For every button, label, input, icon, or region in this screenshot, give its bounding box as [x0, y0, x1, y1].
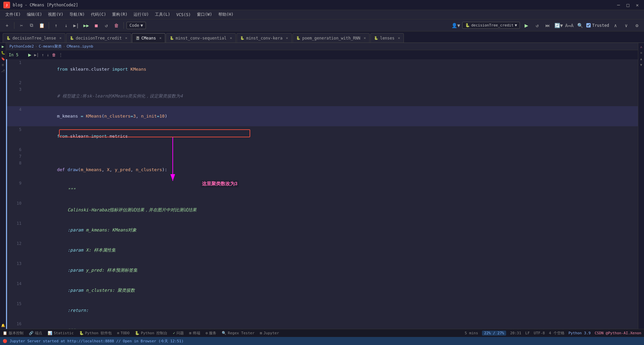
- toolbar-cut[interactable]: ✂: [17, 21, 26, 30]
- trusted-checkbox[interactable]: [586, 23, 591, 27]
- status-services[interactable]: ⚙ 服务: [206, 331, 217, 336]
- move-down-button[interactable]: ↓: [47, 53, 49, 57]
- tab-poem-rnn[interactable]: 🐍 poem_generation_with_RNN ✕: [292, 33, 370, 43]
- maximize-button[interactable]: □: [625, 2, 631, 8]
- status-todo[interactable]: ≡ TODO: [117, 331, 129, 335]
- toolbar-run-to[interactable]: ▶|: [72, 21, 80, 30]
- toolbar-up[interactable]: ↑: [52, 21, 60, 30]
- run-all-button[interactable]: ⏭: [543, 21, 552, 30]
- breadcrumb-sep-2: ›: [63, 44, 65, 49]
- delete-cell-button[interactable]: 🗑: [52, 53, 56, 57]
- tab-close-4[interactable]: ✕: [230, 36, 232, 40]
- code-line-2: 2: [7, 79, 638, 86]
- tab-close-7[interactable]: ✕: [398, 36, 400, 40]
- menu-vcs[interactable]: VCS(S): [174, 11, 194, 18]
- status-python-packages[interactable]: 🐍 Python 软件包: [79, 331, 112, 336]
- refresh-button[interactable]: 🔄▼: [554, 21, 563, 30]
- tab-decisionTree-lense[interactable]: 🐍 decisionTree_lense ✕: [3, 33, 65, 43]
- more-button[interactable]: ⋮: [59, 53, 63, 57]
- tab-icon-6: 🐍: [296, 36, 300, 40]
- right-sidebar-icon-2[interactable]: ≡: [639, 50, 644, 55]
- menu-window[interactable]: 窗口(W): [194, 11, 215, 18]
- toolbar-stop[interactable]: ■: [92, 21, 101, 30]
- breadcrumb-file[interactable]: CMeans.ipynb: [66, 44, 93, 49]
- status-terminal[interactable]: ⊞ 终端: [189, 331, 200, 336]
- status-statistic[interactable]: 📊 Statistic: [48, 331, 74, 335]
- tab-close-2[interactable]: ✕: [125, 36, 127, 40]
- toolbar-down[interactable]: ↓: [62, 21, 70, 30]
- tab-cmeans[interactable]: 📓 CMeans ✕: [132, 33, 165, 43]
- move-up-button[interactable]: ↑: [42, 53, 44, 57]
- menu-view[interactable]: 视图(V): [45, 11, 66, 18]
- minimize-button[interactable]: ─: [615, 2, 622, 8]
- search-toolbar-button[interactable]: 🔍: [576, 21, 584, 30]
- status-csdn-label: CSDN @Python-AI.Xenon: [595, 331, 641, 335]
- tab-decisionTree-credit[interactable]: 🐍 decisionTree_credit ✕: [66, 33, 131, 43]
- menu-help[interactable]: 帮助(H): [216, 11, 236, 18]
- run-button[interactable]: ▶: [522, 21, 531, 30]
- code-line-11: 11 :param m_kmeans: KMeans对象: [7, 220, 638, 240]
- sidebar-git-icon[interactable]: ⎇: [1, 68, 5, 73]
- translate-button[interactable]: A↔A: [565, 21, 574, 30]
- menu-navigate[interactable]: 导航(N): [67, 11, 88, 18]
- menu-refactor[interactable]: 重构(R): [109, 11, 130, 18]
- status-python-console[interactable]: 🐍 Python 控制台: [135, 331, 167, 336]
- code-line-9: 9 """: [7, 180, 638, 200]
- menu-file[interactable]: 文件(E): [3, 11, 23, 18]
- tab-close-3[interactable]: ✕: [159, 36, 162, 40]
- menu-code[interactable]: 代码(C): [88, 11, 109, 18]
- menu-run[interactable]: 运行(U): [131, 11, 152, 18]
- toolbar-restart[interactable]: ↺: [102, 21, 111, 30]
- code-line-7: 7: [7, 153, 638, 160]
- right-sidebar-icon-4[interactable]: ▼: [639, 62, 644, 67]
- toolbar-sep-1: [14, 22, 14, 29]
- statistic-label: Statistic: [54, 331, 74, 335]
- tab-close-1[interactable]: ✕: [59, 36, 62, 40]
- sidebar-run-icon[interactable]: ▶: [1, 44, 5, 49]
- status-regex[interactable]: 🔍 Regex Tester: [222, 331, 254, 335]
- sidebar-structure-icon[interactable]: ⊞: [1, 62, 5, 67]
- toolbar-run-all[interactable]: ▶▶: [82, 21, 91, 30]
- menu-edit[interactable]: 编辑(E): [24, 11, 45, 18]
- tab-minst-conv-kera[interactable]: 🐍 minst_conv-kera ✕: [236, 33, 292, 43]
- sidebar-debug-icon[interactable]: 🐛: [1, 50, 5, 55]
- input-cell[interactable]: 1 from sklearn.cluster import KMeans 2 3…: [6, 59, 638, 329]
- sidebar-notification-icon[interactable]: 🔔: [1, 323, 5, 328]
- tab-label-4: minst_conv-sequential: [176, 36, 227, 41]
- chevron-down-toolbar-icon[interactable]: ∨: [622, 21, 631, 30]
- tab-close-5[interactable]: ✕: [286, 36, 288, 40]
- tab-minst-conv-seq[interactable]: 🐍 minst_conv-sequential ✕: [166, 33, 236, 43]
- code-type-dropdown[interactable]: Code ▼: [126, 22, 146, 29]
- status-problems[interactable]: ✓ 问题: [173, 331, 184, 336]
- run-cell-button[interactable]: ▶: [28, 52, 32, 58]
- status-jupyter[interactable]: ⊞ Jupyter: [260, 331, 279, 335]
- settings-icon[interactable]: ⚙: [633, 21, 641, 30]
- toolbar-paste[interactable]: 📋: [37, 21, 46, 30]
- toolbar-new[interactable]: +: [3, 21, 11, 30]
- sidebar-bookmark-icon[interactable]: 🔖: [1, 56, 5, 61]
- notebook-area[interactable]: PythonCode2 › C-means聚类 › CMeans.ipynb I…: [6, 43, 638, 329]
- breadcrumb-project[interactable]: PythonCode2: [9, 44, 34, 49]
- jupyter-icon: ⊞: [260, 331, 262, 335]
- right-sidebar-icon-3[interactable]: ▲: [639, 56, 644, 61]
- toolbar-copy[interactable]: ⧉: [27, 21, 36, 30]
- tab-lenses[interactable]: 🐍 lenses ✕: [370, 33, 404, 43]
- toolbar-delete[interactable]: 🗑: [112, 21, 121, 30]
- run-with-caret-button[interactable]: ▶|: [34, 53, 39, 57]
- chevron-up-icon[interactable]: ∧: [611, 21, 620, 30]
- status-version-control[interactable]: 📋 版本控制: [3, 331, 23, 336]
- code-line-6: 6: [7, 146, 638, 153]
- status-endpoint[interactable]: 🔗 端点: [29, 331, 42, 336]
- left-sidebar: ▶ 🐛 🔖 ⊞ ⎇ 🔔: [0, 43, 6, 329]
- menu-tools[interactable]: 工具(L): [152, 11, 173, 18]
- right-sidebar-icon-1[interactable]: ⚠: [639, 44, 644, 49]
- breadcrumb-folder[interactable]: C-means聚类: [39, 44, 61, 49]
- kernel-selector[interactable]: 🐍 decisionTree_credit ▼: [462, 22, 520, 29]
- close-button[interactable]: ✕: [634, 2, 641, 8]
- status-indent-label: 4 个空格: [549, 331, 564, 336]
- restart-button[interactable]: ↺: [533, 21, 541, 30]
- toolbar-profile[interactable]: 👤▼: [451, 21, 460, 30]
- code-line-14: 14 :param n_clusters: 聚类簇数: [7, 280, 638, 300]
- right-sidebar: ⚠ ≡ ▲ ▼: [638, 43, 644, 329]
- tab-close-6[interactable]: ✕: [364, 36, 366, 40]
